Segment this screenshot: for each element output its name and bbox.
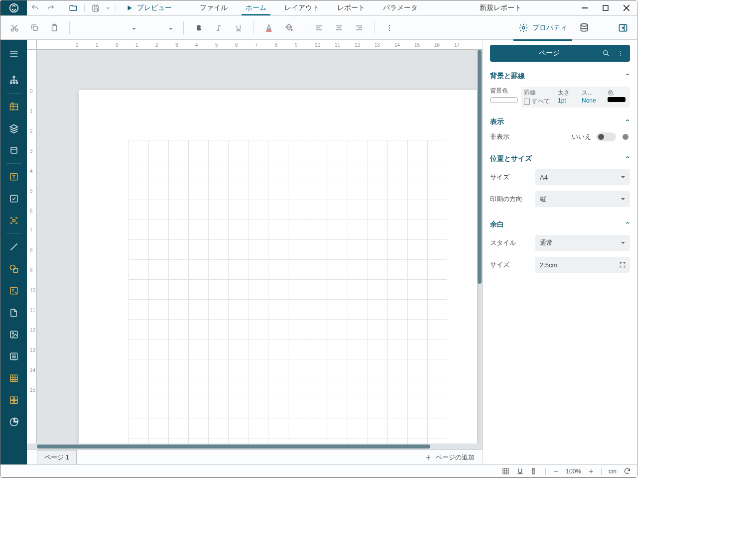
chart-tool-icon[interactable]: [4, 411, 24, 433]
page-tool-icon[interactable]: [4, 302, 24, 324]
margin-style-select[interactable]: 通常: [535, 235, 630, 251]
text-tool-icon[interactable]: [4, 166, 24, 188]
snap-toggle-icon[interactable]: [516, 467, 524, 475]
separator: [6, 67, 21, 67]
align-left-button[interactable]: [310, 19, 328, 37]
panel-header: ページ: [483, 40, 637, 67]
section-title[interactable]: 表示⌃: [490, 114, 630, 129]
minimize-button[interactable]: [574, 0, 595, 15]
app-window: プレビュー ファイル ホーム レイアウト レポート パラメータ 新規レポート: [0, 0, 637, 478]
ruler-toggle-icon[interactable]: [531, 467, 538, 475]
align-center-button[interactable]: [330, 19, 348, 37]
text-color-button[interactable]: [260, 19, 278, 37]
vertical-scrollbar[interactable]: [477, 50, 483, 444]
border-color-swatch[interactable]: [608, 97, 625, 102]
hide-override[interactable]: [621, 132, 630, 141]
page-size-select[interactable]: A4: [535, 169, 630, 185]
save-dropdown[interactable]: [104, 0, 113, 15]
close-button[interactable]: [616, 0, 637, 15]
bold-button[interactable]: [190, 19, 208, 37]
menu-file[interactable]: ファイル: [191, 0, 237, 15]
font-size-combo[interactable]: [142, 21, 177, 35]
page-tab-1[interactable]: ページ 1: [37, 450, 77, 465]
chevron-up-icon: ⌃: [625, 73, 630, 80]
paste-button[interactable]: [45, 19, 63, 37]
hide-toggle[interactable]: [596, 132, 616, 141]
horizontal-ruler[interactable]: 2101234567891011121314151617: [37, 40, 483, 50]
horizontal-scrollbar[interactable]: [27, 444, 483, 449]
page-canvas[interactable]: [79, 90, 477, 444]
svg-rect-21: [11, 147, 17, 153]
align-right-button[interactable]: [350, 19, 368, 37]
svg-point-17: [10, 82, 11, 83]
search-icon[interactable]: [602, 49, 610, 57]
structure-icon[interactable]: [4, 69, 24, 91]
font-family-combo[interactable]: [76, 21, 140, 35]
zoom-in-button[interactable]: [588, 468, 594, 474]
section-title[interactable]: 余白⌃: [490, 217, 630, 232]
underline-button[interactable]: [230, 19, 248, 37]
scrollbar-thumb[interactable]: [478, 50, 482, 284]
refresh-icon[interactable]: [623, 467, 631, 475]
more-button[interactable]: [380, 19, 398, 37]
separator: [545, 468, 546, 475]
properties-tab-label: プロパティ: [532, 23, 567, 32]
table-tool-icon[interactable]: [4, 96, 24, 117]
separator: [62, 3, 62, 12]
collapse-panel-button[interactable]: [614, 19, 632, 37]
shape-tool-icon[interactable]: [4, 258, 24, 280]
copy-button[interactable]: [25, 19, 43, 37]
image-tool-icon[interactable]: [4, 324, 24, 345]
cut-button[interactable]: [5, 19, 23, 37]
border-thickness-value[interactable]: 1pt: [558, 97, 566, 104]
section-title[interactable]: 背景と罫線⌃: [490, 69, 630, 84]
add-page-button[interactable]: ページの追加: [417, 453, 483, 462]
richtext-tool-icon[interactable]: [4, 280, 24, 302]
app-logo[interactable]: [0, 0, 27, 15]
vertical-ruler[interactable]: 0123456789101112131415: [27, 50, 37, 444]
section-title[interactable]: 位置とサイズ⌃: [490, 151, 630, 166]
layers-icon[interactable]: [4, 117, 24, 139]
svg-rect-24: [12, 220, 15, 222]
quick-access-toolbar: プレビュー: [27, 0, 179, 15]
grid-tool-icon[interactable]: [4, 367, 24, 389]
page-chip[interactable]: ページ: [490, 45, 630, 62]
fill-color-button[interactable]: [280, 19, 298, 37]
menu-layout[interactable]: レイアウト: [275, 0, 328, 15]
menu-home[interactable]: ホーム: [237, 0, 275, 15]
save-button[interactable]: [88, 0, 104, 15]
open-button[interactable]: [65, 0, 81, 15]
document-title: 新規レポート: [427, 3, 574, 12]
more-icon[interactable]: [617, 50, 624, 57]
orientation-select[interactable]: 縦: [535, 191, 630, 207]
hamburger-button[interactable]: [4, 43, 24, 65]
container-icon[interactable]: [4, 139, 24, 161]
expand-icon[interactable]: [619, 261, 626, 268]
preview-button[interactable]: プレビュー: [119, 0, 179, 15]
maximize-button[interactable]: [595, 0, 616, 15]
properties-tab[interactable]: プロパティ: [513, 20, 572, 36]
undo-button[interactable]: [27, 0, 43, 15]
grid-toggle-icon[interactable]: [502, 467, 509, 475]
menu-report[interactable]: レポート: [328, 0, 374, 15]
crosstab-tool-icon[interactable]: [4, 389, 24, 411]
gear-icon: [518, 23, 528, 33]
unit-label[interactable]: cm: [609, 468, 617, 475]
zoom-out-button[interactable]: [553, 468, 559, 474]
plus-icon: [425, 454, 432, 461]
scrollbar-thumb[interactable]: [37, 445, 430, 448]
border-style-value[interactable]: None: [582, 97, 596, 104]
margin-size-input[interactable]: 2.5cm: [535, 257, 630, 273]
line-tool-icon[interactable]: [4, 236, 24, 258]
page-scroll[interactable]: [37, 50, 483, 444]
data-tab[interactable]: [575, 19, 593, 37]
background-color-field[interactable]: 背景色: [490, 87, 518, 108]
menu-parameter[interactable]: パラメータ: [374, 0, 427, 15]
selection-tool-icon[interactable]: [4, 210, 24, 231]
checkbox-tool-icon[interactable]: [4, 188, 24, 210]
background-swatch[interactable]: [490, 97, 518, 103]
italic-button[interactable]: [210, 19, 228, 37]
list-tool-icon[interactable]: [4, 345, 24, 367]
redo-button[interactable]: [43, 0, 59, 15]
border-all-checkbox[interactable]: [524, 99, 530, 105]
